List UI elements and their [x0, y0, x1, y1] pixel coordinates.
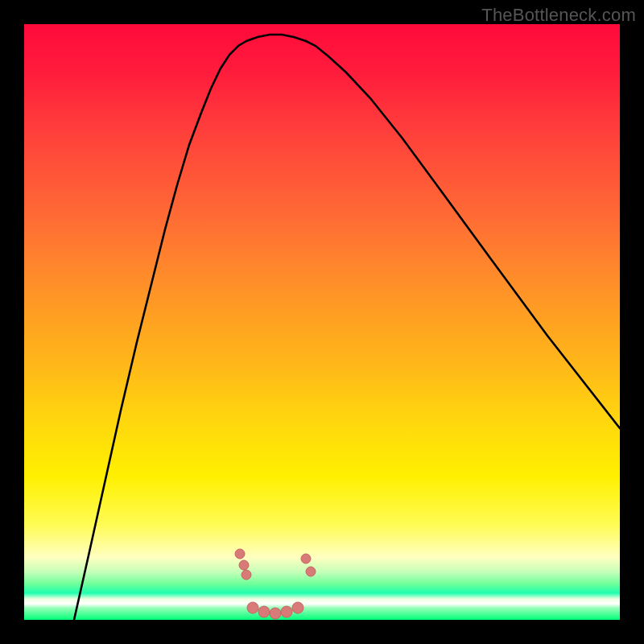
curve-marker-dot	[247, 602, 258, 613]
curve-marker-dot	[270, 608, 281, 619]
curve-marker-dot	[239, 560, 249, 570]
curve-trough	[246, 35, 306, 41]
watermark-text: TheBottleneck.com	[481, 5, 636, 26]
curve-marker-dot	[292, 602, 303, 613]
curve-markers	[235, 549, 316, 619]
curve-marker-dot	[306, 567, 316, 576]
curve-marker-dot	[242, 570, 251, 580]
curve-marker-dot	[281, 606, 292, 617]
bottleneck-curve	[24, 24, 620, 620]
curve-left-arm	[74, 41, 246, 620]
curve-marker-dot	[235, 549, 245, 559]
curve-right-arm	[306, 41, 620, 428]
curve-marker-dot	[301, 554, 311, 564]
curve-marker-dot	[258, 606, 270, 617]
